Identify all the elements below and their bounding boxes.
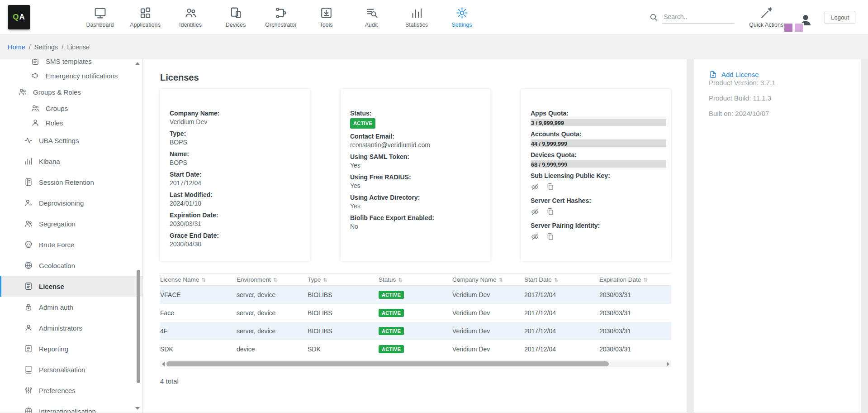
column-header-company-name[interactable]: Company Name⇅ — [452, 276, 524, 283]
nav-item-statistics[interactable]: Statistics — [394, 6, 439, 28]
column-header-type[interactable]: Type⇅ — [308, 276, 379, 283]
sort-arrows-icon: ⇅ — [643, 277, 647, 283]
breadcrumb-home[interactable]: Home — [8, 43, 25, 51]
cell-company-name: Veridium Dev — [452, 309, 524, 317]
clipboard-copy-icon[interactable] — [546, 232, 555, 241]
quick-actions-button[interactable]: Quick Actions — [746, 6, 787, 28]
sidebar-item-segregation[interactable]: Segregation — [0, 213, 142, 234]
sidebar-item-sms-templates[interactable]: SMS templates — [0, 59, 142, 68]
eye-off-icon[interactable] — [531, 207, 539, 216]
breadcrumb-license: License — [67, 43, 90, 51]
field-start-date: Start Date:2017/12/04 — [170, 171, 307, 187]
sidebar-scrollbar-thumb[interactable] — [137, 270, 140, 383]
search-input[interactable] — [663, 11, 734, 24]
table-row-sdk[interactable]: SDKdeviceSDKACTIVEVeridium Dev2017/12/04… — [160, 340, 671, 358]
column-header-environment[interactable]: Environment⇅ — [237, 276, 308, 283]
table-row-4f[interactable]: 4Fserver, deviceBIOLIBSACTIVEVeridium De… — [160, 322, 671, 340]
eye-off-icon[interactable] — [531, 182, 539, 191]
field-value: 2030/04/30 — [170, 240, 300, 248]
field-last-modified: Last Modified:2024/01/10 — [170, 191, 307, 207]
sidebar-item-session-retention[interactable]: Session Retention — [0, 172, 142, 192]
field-using-saml-token: Using SAML Token:Yes — [350, 153, 488, 169]
table-row-vface[interactable]: VFACEserver, deviceBIOLIBSACTIVEVeridium… — [160, 286, 671, 304]
column-header-start-date[interactable]: Start Date⇅ — [524, 276, 599, 283]
brand-logo[interactable]: QA — [8, 5, 30, 29]
sidebar-item-roles[interactable]: Roles — [0, 115, 142, 130]
sidebar-item-geolocation[interactable]: Geolocation — [0, 255, 142, 276]
users-icon — [184, 6, 197, 19]
field-label: Company Name: — [170, 110, 300, 117]
eye-off-icon[interactable] — [531, 232, 539, 241]
logout-button[interactable]: Logout — [825, 11, 855, 24]
licenses-table-body: VFACEserver, deviceBIOLIBSACTIVEVeridium… — [160, 286, 671, 358]
product-version: Product Version: 3.7.1 — [709, 79, 852, 86]
horizontal-scroll-thumb[interactable] — [166, 361, 609, 366]
status-badge: ACTIVE — [379, 345, 404, 353]
document-icon — [24, 344, 33, 353]
nav-item-orchestrator[interactable]: Orchestrator — [258, 6, 304, 28]
add-license-button[interactable]: Add License — [709, 70, 852, 79]
clipboard-copy-icon[interactable] — [546, 207, 555, 216]
sidebar-item-reporting[interactable]: Reporting — [0, 338, 142, 359]
scroll-left-arrow-icon[interactable] — [162, 362, 165, 366]
sidebar-item-personalisation[interactable]: Personalisation — [0, 359, 142, 380]
nav-item-settings[interactable]: Settings — [439, 6, 484, 28]
cell-status: ACTIVE — [379, 345, 452, 353]
status-badge: ACTIVE — [350, 118, 375, 129]
cell-license-name: Face — [160, 309, 237, 317]
scrollbar-down-arrow-icon[interactable] — [135, 407, 140, 410]
quota-label: Accounts Quota: — [531, 130, 666, 138]
field-label: Type: — [170, 130, 300, 138]
sidebar-item-kibana[interactable]: Kibana — [0, 151, 142, 172]
grid-icon — [139, 6, 152, 19]
sidebar-item-preferences[interactable]: Preferences — [0, 380, 142, 401]
field-using-active-directory: Using Active Directory:Yes — [350, 194, 488, 210]
clipboard-copy-icon[interactable] — [546, 182, 555, 191]
cell-environment: server, device — [237, 309, 308, 317]
sidebar-item-license[interactable]: License — [0, 276, 142, 297]
scrollbar-up-arrow-icon[interactable] — [135, 62, 140, 65]
users-icon — [24, 219, 33, 228]
column-header-status[interactable]: Status⇅ — [379, 276, 452, 283]
sidebar-item-administrators[interactable]: Administrators — [0, 317, 142, 338]
scroll-right-arrow-icon[interactable] — [667, 362, 669, 366]
column-header-license-name[interactable]: License Name⇅ — [160, 276, 237, 283]
breadcrumb-separator: / — [62, 43, 63, 51]
flow-nodes-icon — [275, 6, 288, 19]
status-badge: ACTIVE — [379, 291, 404, 299]
page-title: Licenses — [160, 72, 671, 83]
column-header-expiration-date[interactable]: Expiration Date⇅ — [599, 276, 671, 283]
license-quota-card: Apps Quota:3 / 9,999,999Accounts Quota:4… — [521, 89, 671, 261]
nav-item-audit[interactable]: Audit — [349, 6, 394, 28]
sidebar-item-emergency-notifications[interactable]: Emergency notifications — [0, 68, 142, 83]
theme-swatch-light[interactable] — [795, 24, 803, 32]
nav-item-devices[interactable]: Devices — [213, 6, 258, 28]
sidebar-item-admin-auth[interactable]: Admin auth — [0, 297, 142, 317]
nav-item-applications[interactable]: Applications — [123, 6, 168, 28]
nav-item-dashboard[interactable]: Dashboard — [77, 6, 123, 28]
table-horizontal-scrollbar[interactable] — [160, 360, 671, 367]
cell-expiration-date: 2030/03/31 — [599, 327, 671, 335]
field-value: ACTIVE — [350, 118, 481, 129]
table-row-face[interactable]: Faceserver, deviceBIOLIBSACTIVEVeridium … — [160, 304, 671, 322]
license-status-card: Status:ACTIVEContact Email:rconstantin@v… — [341, 89, 490, 261]
theme-swatch-dark[interactable] — [784, 24, 792, 32]
nav-item-identities[interactable]: Identities — [168, 6, 213, 28]
nav-item-tools[interactable]: Tools — [304, 6, 349, 28]
skull-icon — [24, 240, 33, 249]
sidebar-item-deprovisioning[interactable]: Deprovisioning — [0, 192, 142, 213]
product-build: Product Build: 11.1.3 — [709, 94, 852, 102]
sort-arrows-icon: ⇅ — [398, 277, 402, 283]
sidebar-item-groups[interactable]: Groups — [0, 101, 142, 115]
quota-value: 44 / 9,999,999 — [531, 141, 567, 147]
megaphone-icon — [31, 71, 40, 80]
sidebar-item-groups-roles[interactable]: Groups & Roles — [0, 83, 142, 101]
field-value: Yes — [350, 182, 481, 190]
sidebar-item-uba-settings[interactable]: UBA Settings — [0, 130, 142, 151]
sidebar-item-internationalisation[interactable]: Internationalisation — [0, 401, 142, 413]
field-label: Name: — [170, 150, 300, 158]
sidebar-item-brute-force[interactable]: Brute Force — [0, 234, 142, 255]
quota-value: 3 / 9,999,999 — [531, 120, 564, 126]
field-name: Name:BOPS — [170, 150, 307, 167]
built-on: Built on: 2024/10/07 — [709, 110, 852, 117]
